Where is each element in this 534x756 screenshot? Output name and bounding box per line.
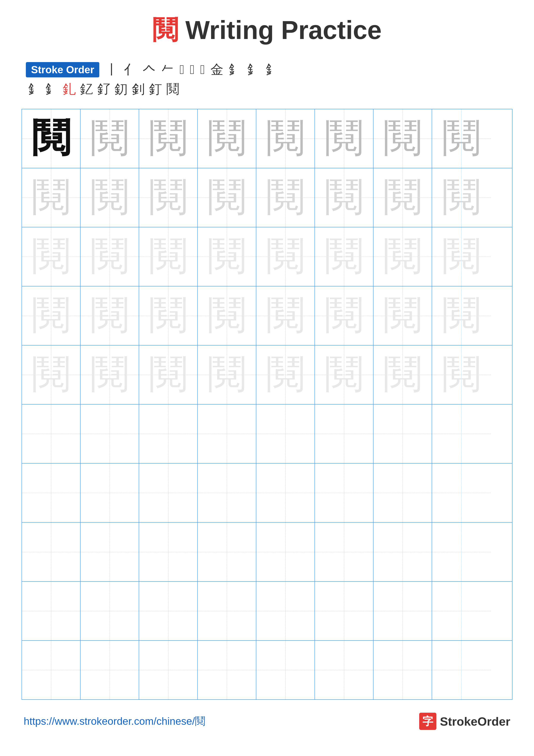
cell-char: 鬩 xyxy=(149,296,188,335)
cell-char: 鬩 xyxy=(325,237,363,276)
grid-cell: 鬩 xyxy=(373,286,432,345)
cell-char: 鬩 xyxy=(149,355,188,394)
footer-brand: 字 StrokeOrder xyxy=(419,713,510,730)
grid-cell xyxy=(198,523,256,581)
cell-char: 鬩 xyxy=(90,355,129,394)
cell-char: 鬩 xyxy=(442,296,481,335)
grid-cell: 鬩 xyxy=(256,109,315,168)
grid-cell xyxy=(81,464,139,522)
cell-char: 鬩 xyxy=(383,355,422,394)
grid-cell xyxy=(315,641,373,699)
grid-cell xyxy=(315,464,373,522)
footer: https://www.strokeorder.com/chinese/鬩 字 … xyxy=(21,713,513,730)
grid-cell: 鬩 xyxy=(198,109,256,168)
grid-cell: 鬩 xyxy=(432,228,491,286)
grid-cell xyxy=(432,641,491,699)
grid-cell: 鬩 xyxy=(22,286,81,345)
stroke-order-badge: Stroke Order xyxy=(26,62,99,77)
cell-char: 鬩 xyxy=(442,237,481,276)
grid-cell xyxy=(22,523,81,581)
page-title: 鬩 Writing Practice xyxy=(21,13,513,48)
grid-cell: 鬩 xyxy=(315,109,373,168)
grid-cell xyxy=(373,523,432,581)
grid-cell xyxy=(139,641,198,699)
grid-cell: 鬩 xyxy=(81,109,139,168)
grid-cell xyxy=(373,405,432,463)
grid-cell: 鬩 xyxy=(81,345,139,404)
cell-char: 鬩 xyxy=(442,119,481,158)
grid-row: 鬩鬩鬩鬩鬩鬩鬩鬩 xyxy=(22,345,512,405)
grid-row xyxy=(22,582,512,641)
cell-char: 鬩 xyxy=(383,296,422,335)
cell-char: 鬩 xyxy=(32,355,70,394)
grid-cell xyxy=(81,405,139,463)
grid-cell xyxy=(198,582,256,640)
grid-cell: 鬩 xyxy=(139,168,198,227)
brand-icon: 字 xyxy=(419,713,436,730)
grid-cell: 鬩 xyxy=(198,286,256,345)
grid-cell xyxy=(139,582,198,640)
grid-cell: 鬩 xyxy=(432,168,491,227)
grid-cell xyxy=(432,523,491,581)
cell-char: 鬩 xyxy=(266,355,305,394)
grid-cell: 鬩 xyxy=(373,109,432,168)
grid-cell xyxy=(22,405,81,463)
grid-cell: 鬩 xyxy=(22,168,81,227)
cell-char: 鬩 xyxy=(90,119,129,158)
grid-row: 鬩鬩鬩鬩鬩鬩鬩鬩 xyxy=(22,168,512,228)
grid-cell xyxy=(315,582,373,640)
grid-cell xyxy=(432,405,491,463)
grid-cell: 鬩 xyxy=(432,109,491,168)
grid-cell xyxy=(256,405,315,463)
cell-char: 鬩 xyxy=(90,237,129,276)
cell-char: 鬩 xyxy=(325,178,363,217)
grid-cell: 鬩 xyxy=(432,345,491,404)
grid-cell xyxy=(139,464,198,522)
grid-cell: 鬩 xyxy=(198,345,256,404)
grid-cell: 鬩 xyxy=(432,286,491,345)
grid-cell xyxy=(198,641,256,699)
grid-cell: 鬩 xyxy=(373,168,432,227)
stroke-order-section: Stroke Order 丨 亻 𠆢 𠂉 𠂈 𠂇 𠂆 金 釒 釒 釒 釒 釒 釓… xyxy=(21,61,513,98)
grid-cell: 鬩 xyxy=(256,228,315,286)
grid-cell: 鬩 xyxy=(22,109,81,168)
cell-char: 鬩 xyxy=(207,296,246,335)
grid-row: 鬩鬩鬩鬩鬩鬩鬩鬩 xyxy=(22,109,512,168)
grid-row: 鬩鬩鬩鬩鬩鬩鬩鬩 xyxy=(22,286,512,345)
cell-char: 鬩 xyxy=(383,119,422,158)
cell-char: 鬩 xyxy=(149,178,188,217)
cell-char: 鬩 xyxy=(149,119,188,158)
grid-cell xyxy=(81,641,139,699)
practice-grid: 鬩鬩鬩鬩鬩鬩鬩鬩鬩鬩鬩鬩鬩鬩鬩鬩鬩鬩鬩鬩鬩鬩鬩鬩鬩鬩鬩鬩鬩鬩鬩鬩鬩鬩鬩鬩鬩鬩鬩鬩 xyxy=(21,109,513,700)
grid-cell: 鬩 xyxy=(315,228,373,286)
cell-char: 鬩 xyxy=(266,296,305,335)
grid-cell: 鬩 xyxy=(139,228,198,286)
grid-cell: 鬩 xyxy=(139,286,198,345)
cell-char: 鬩 xyxy=(325,296,363,335)
grid-row xyxy=(22,523,512,582)
grid-cell: 鬩 xyxy=(256,168,315,227)
grid-cell: 鬩 xyxy=(139,109,198,168)
grid-cell xyxy=(139,405,198,463)
cell-char: 鬩 xyxy=(149,237,188,276)
grid-cell: 鬩 xyxy=(22,228,81,286)
grid-cell xyxy=(22,582,81,640)
grid-row: 鬩鬩鬩鬩鬩鬩鬩鬩 xyxy=(22,228,512,286)
brand-name: StrokeOrder xyxy=(440,715,510,728)
grid-cell: 鬩 xyxy=(373,345,432,404)
cell-char: 鬩 xyxy=(90,178,129,217)
grid-cell xyxy=(256,464,315,522)
grid-cell: 鬩 xyxy=(81,286,139,345)
grid-cell xyxy=(256,641,315,699)
grid-cell: 鬩 xyxy=(198,168,256,227)
stroke-order-row1: Stroke Order 丨 亻 𠆢 𠂉 𠂈 𠂇 𠂆 金 釒 釒 釒 xyxy=(26,61,508,78)
grid-cell xyxy=(81,523,139,581)
cell-char: 鬩 xyxy=(207,355,246,394)
grid-cell: 鬩 xyxy=(315,168,373,227)
grid-row xyxy=(22,641,512,699)
grid-cell: 鬩 xyxy=(256,345,315,404)
grid-cell xyxy=(198,464,256,522)
cell-char: 鬩 xyxy=(383,178,422,217)
cell-char: 鬩 xyxy=(90,296,129,335)
grid-cell: 鬩 xyxy=(198,228,256,286)
